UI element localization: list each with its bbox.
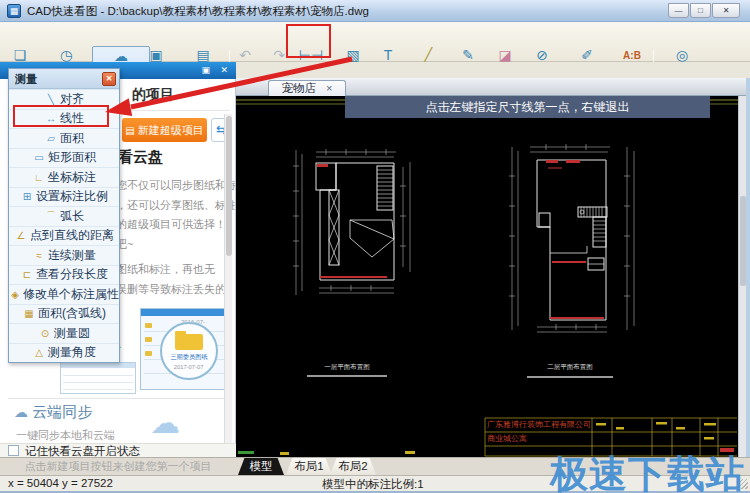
folder-icon: [145, 351, 152, 356]
title-block-project: 商业城公寓: [487, 434, 527, 443]
promo-folder-name: 三期委员图纸: [170, 353, 207, 362]
panel-restore-icon[interactable]: ▣: [201, 64, 210, 76]
watermark: 极速下载站: [550, 449, 745, 493]
cloud-sync-title-text: 云端同步: [32, 403, 92, 420]
remember-checkbox[interactable]: [8, 445, 19, 456]
prompt-banner: 点击左键指定尺寸线第一点，右键退出: [345, 96, 710, 118]
magnifier-circle: 三期委员图纸 2017-07-07: [160, 322, 218, 380]
new-super-project-button[interactable]: ▤ 新建超级项目: [122, 118, 207, 142]
intro-line: ，还可以分享图纸、标注: [116, 196, 236, 216]
promo-table-row: [63, 375, 133, 376]
cad-canvas[interactable]: 一层平面布置图 二层平面布置图: [236, 96, 738, 457]
cad-drawing: 一层平面布置图 二层平面布置图: [236, 96, 738, 457]
cloud-sync-subtitle: 一键同步本地和云端: [16, 428, 115, 443]
point-line-distance-icon: ∠: [14, 230, 28, 241]
measure-menu-header[interactable]: 测量 ✕: [9, 69, 119, 89]
promo-table-row: [63, 382, 133, 383]
maximize-button[interactable]: □: [690, 3, 711, 18]
promo-table-row: [63, 389, 133, 390]
arc-icon: ⌒: [44, 209, 58, 223]
circle-icon: ⊙: [38, 328, 52, 339]
layout-tab-1[interactable]: 布局1: [286, 458, 332, 475]
new-super-project-label: 新建超级项目: [138, 124, 204, 136]
measure-menu: 测量 ✕ ╲对齐 ↔线性 ▱面积 ▭矩形面积 ∟坐标标注 ⊞设置标注比例 ⌒弧长…: [8, 68, 120, 363]
tab-close-icon[interactable]: ×: [326, 82, 332, 94]
title-block-company: 广东雅博行装饰工程有限公司: [487, 420, 591, 429]
promo-table-header: [61, 363, 135, 368]
menu-item-label: 修改单个标注属性: [23, 286, 119, 303]
cursor-coordinates: x = 50404 y = 27522: [8, 477, 113, 489]
area-arc-icon: ▦: [22, 308, 36, 319]
menu-item-label: 查看分段长度: [36, 266, 108, 283]
scale-settings-icon: ⊞: [20, 191, 34, 202]
measure-menu-title: 测量: [15, 73, 37, 85]
model-scale-label: 模型中的标注比例:1: [322, 477, 424, 492]
intro-line: 吧~: [116, 235, 236, 255]
plan1-label: 一层平面布置图: [324, 363, 370, 370]
title-bar[interactable]: ▦ CAD快速看图 - D:\backup\教程素材\教程素材\教程素材\宠物店…: [0, 0, 750, 22]
cloud-intro-paragraph: 您不仅可以同步图纸和标 ，还可以分享图纸、标注 的超级项目可供选择！ 吧~: [116, 176, 236, 254]
menu-item-continuous[interactable]: ≈连续测量: [9, 245, 119, 265]
cloud-disk-section-title: 看云盘: [118, 148, 163, 167]
menu-item-area-arc[interactable]: ▦面积(含弧线): [9, 304, 119, 324]
canvas-scrollbar[interactable]: [738, 96, 746, 457]
intro-line: 图纸和标注，再也无: [116, 259, 236, 279]
continuous-measure-icon: ≈: [32, 250, 46, 261]
area-icon: ▱: [44, 133, 58, 144]
menu-item-label: 面积: [60, 130, 84, 147]
intro-line: 的超级项目可供选择！: [116, 215, 236, 235]
document-icon: ▤: [125, 125, 134, 136]
menu-item-label: 线性: [60, 110, 84, 127]
menu-item-label: 点到直线的距离: [30, 227, 114, 244]
floor-plan-1: [316, 163, 394, 280]
cloud-sync-icon: ☁: [14, 404, 28, 420]
window-title: CAD快速看图 - D:\backup\教程素材\教程素材\教程素材\宠物店.d…: [27, 4, 369, 19]
panel-scrollbar[interactable]: [224, 114, 232, 443]
cloud-sync-heading: ☁ 云端同步: [14, 403, 92, 422]
promo-folder-date: 2017-07-07: [174, 363, 204, 369]
edit-annotation-icon: ◈: [9, 289, 21, 300]
minimize-button[interactable]: —: [668, 3, 689, 18]
menu-item-edit-annotation[interactable]: ◈修改单个标注属性: [9, 284, 119, 304]
menu-item-align[interactable]: ╲对齐: [9, 89, 119, 109]
folder-icon: [175, 334, 203, 350]
remember-checkbox-label: 记住快看云盘开启状态: [25, 444, 140, 458]
big-cloud-icon: ☁: [150, 405, 180, 440]
align-icon: ╲: [44, 94, 58, 105]
menu-item-label: 测量圆: [54, 325, 90, 342]
projects-heading: 的项目: [132, 86, 174, 104]
menu-item-measure-angle[interactable]: △测量角度: [9, 343, 119, 363]
menu-item-set-scale[interactable]: ⊞设置标注比例: [9, 187, 119, 207]
promo-mini-table: [60, 362, 136, 394]
menu-item-segment-length[interactable]: ⊏查看分段长度: [9, 265, 119, 285]
menu-item-arc-length[interactable]: ⌒弧长: [9, 206, 119, 226]
window-right-frame: [746, 78, 750, 491]
menu-close-icon[interactable]: ✕: [102, 72, 116, 86]
app-icon: ▦: [7, 4, 21, 18]
divider: [118, 110, 230, 111]
remember-row: 记住快看云盘开启状态: [0, 443, 236, 457]
layout-tab-2[interactable]: 布局2: [330, 458, 376, 475]
promo-titlebar: [141, 309, 229, 316]
menu-item-measure-circle[interactable]: ⊙测量圆: [9, 323, 119, 343]
plan2-dimensions: [509, 144, 634, 332]
menu-item-point-to-line[interactable]: ∠点到直线的距离: [9, 226, 119, 246]
cloud-intro-paragraph-2: 图纸和标注，再也无 误删等导致标注丢失的: [116, 259, 236, 299]
folder-icon: [145, 337, 152, 342]
close-button[interactable]: ✕: [712, 3, 740, 18]
folder-icon: [145, 323, 152, 328]
menu-item-area[interactable]: ▱面积: [9, 128, 119, 148]
panel-scrollbar-thumb[interactable]: [226, 116, 232, 256]
intro-line: 您不仅可以同步图纸和标: [116, 176, 236, 196]
menu-item-label: 连续测量: [48, 247, 96, 264]
menu-item-label: 对齐: [60, 91, 84, 108]
angle-icon: △: [32, 347, 46, 358]
menu-item-label: 矩形面积: [48, 149, 96, 166]
drawing-tab-petshop[interactable]: 宠物店×: [268, 80, 346, 96]
drawing-tab-strip: 宠物店×: [236, 78, 746, 96]
menu-item-linear[interactable]: ↔线性: [9, 109, 119, 129]
layout-tab-model[interactable]: 模型: [238, 458, 284, 475]
panel-close-icon[interactable]: ✕: [220, 64, 228, 76]
menu-item-coordinate[interactable]: ∟坐标标注: [9, 167, 119, 187]
menu-item-rect-area[interactable]: ▭矩形面积: [9, 148, 119, 168]
